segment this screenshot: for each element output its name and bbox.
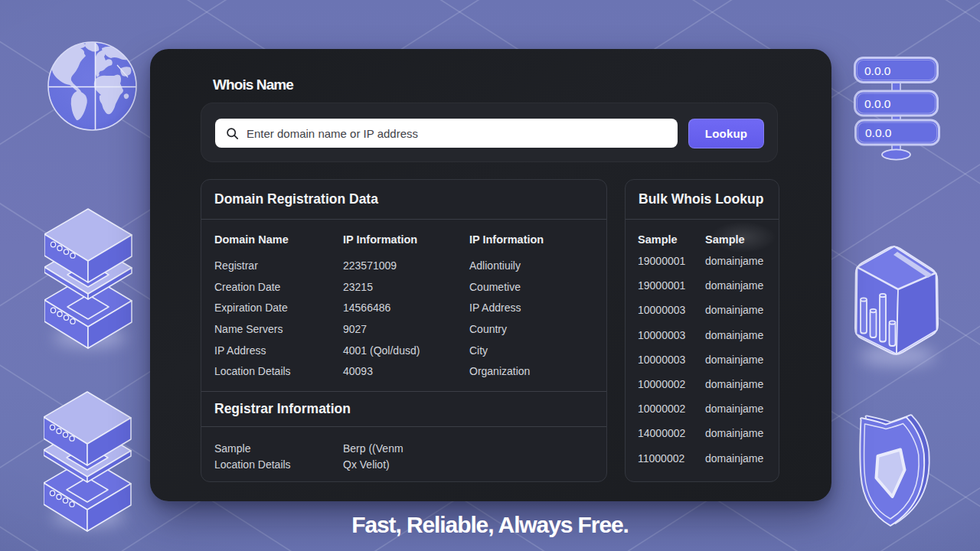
lookup-button[interactable]: Lookup [688, 119, 764, 148]
cell-ip: 10000003 [638, 354, 705, 366]
table-row: 10000003 domainjame [638, 298, 766, 322]
cell-info: Organization [469, 365, 593, 377]
table-row: Registrar 223571009 Adliontiuily [214, 255, 593, 276]
server-label: 0.0.0 [864, 97, 891, 110]
cell-domain: domainjame [705, 255, 766, 267]
ip-servers-icon: 0.0.0 0.0.0 0.0.0 [851, 55, 943, 164]
server-stack-icon [44, 391, 132, 533]
cell-ip: 10000003 [638, 329, 705, 341]
cell-domain: domainjame [705, 427, 766, 439]
cell-label: Creation Date [214, 281, 343, 293]
search-placeholder: Enter domain name or IP address [247, 127, 418, 140]
cell-ip: 19000001 [638, 255, 705, 267]
cell-value: 9027 [343, 323, 469, 335]
table-row: Expiration Date 14566486 IP Address [214, 297, 593, 318]
bulk-whois-panel: Bulk Whois Lookup Sample Sample 19000001… [625, 179, 779, 482]
table-row: IP Address 4001 (Qol/dusd) City [214, 340, 593, 361]
cell-label: IP Address [214, 344, 343, 357]
section-header: Registrar Information [201, 392, 606, 427]
bulk-table-header: Sample Sample [638, 230, 766, 249]
tagline: Fast, Reliable, Always Free. [0, 514, 980, 536]
col-ip-information-2: IP Information [469, 233, 593, 246]
table-row: 10000003 domainjame [638, 347, 766, 372]
cell-domain: domainjame [705, 403, 766, 415]
cell-info: Country [469, 323, 593, 335]
cell-value: 23215 [343, 281, 469, 293]
cell-value: 223571009 [343, 259, 469, 272]
table-row: 10000002 domainjame [638, 396, 766, 421]
cell-label: Registrar [214, 259, 343, 272]
cell-info: IP Address [469, 302, 593, 314]
cell-domain: domainjame [705, 378, 766, 390]
table-row: Sample Berp ((Venm [214, 440, 593, 457]
server-label: 0.0.0 [864, 64, 891, 77]
panel-header: Domain Registration Data [201, 180, 606, 220]
table-row: Location Details Qx Veliot) [214, 457, 593, 474]
table-row: Location Details 40093 Organization [214, 360, 593, 382]
cell-label: Location Details [214, 458, 343, 471]
registration-table: Domain Name IP Information IP Informatio… [201, 220, 606, 382]
table-row: 14000002 domainjame [638, 421, 766, 445]
cell-info: City [469, 344, 593, 357]
col-domain-name: Domain Name [214, 233, 343, 246]
cell-label: Name Servers [214, 323, 343, 335]
cell-ip: 10000003 [638, 304, 705, 316]
table-row: Creation Date 23215 Coumetive [214, 276, 593, 298]
table-row: 11000002 domainjame [638, 446, 766, 471]
bulk-table: Sample Sample 19000001 domainjame 190000… [626, 220, 779, 471]
cell-ip: 14000002 [638, 427, 705, 439]
table-row: 10000002 domainjame [638, 372, 766, 396]
cell-label: Sample [214, 442, 343, 455]
cell-ip: 10000002 [638, 378, 705, 390]
registration-table-header: Domain Name IP Information IP Informatio… [214, 228, 593, 251]
table-row: 10000003 domainjame [638, 323, 766, 347]
cell-value: Qx Veliot) [343, 458, 593, 471]
cell-domain: domainjame [705, 329, 766, 341]
column-header: Sample [705, 233, 766, 246]
cell-domain: domainjame [705, 354, 766, 366]
column-header: Sample [638, 233, 705, 246]
cell-value: 40093 [343, 365, 469, 377]
cell-domain: domainjame [705, 304, 766, 316]
cell-label: Expiration Date [214, 302, 343, 314]
table-row: 19000001 domainjame [638, 249, 766, 273]
search-icon [226, 127, 239, 140]
cell-value: Berp ((Venm [343, 442, 593, 455]
cell-label: Location Details [214, 365, 343, 377]
page-title: Whois Name [213, 77, 293, 93]
globe-icon [47, 41, 138, 132]
search-input[interactable]: Enter domain name or IP address [215, 119, 678, 148]
search-panel: Enter domain name or IP address Lookup [201, 103, 778, 162]
server-label: 0.0.0 [865, 126, 892, 139]
domain-registration-panel: Domain Registration Data Domain Name IP … [201, 179, 607, 482]
bulk-whois-title: Bulk Whois Lookup [639, 191, 763, 207]
cell-domain: domainjame [705, 452, 766, 465]
registrar-information-rows: Sample Berp ((Venm Location Details Qx V… [201, 427, 606, 474]
table-row: Name Servers 9027 Country [214, 318, 593, 340]
panel-header: Bulk Whois Lookup [626, 180, 779, 220]
cell-value: 4001 (Qol/dusd) [343, 344, 469, 357]
cell-info: Coumetive [469, 281, 593, 293]
analytics-cube-icon [847, 243, 943, 364]
cell-ip: 11000002 [638, 452, 705, 465]
cell-ip: 19000001 [638, 279, 705, 292]
table-row: 19000001 domainjame [638, 273, 766, 298]
col-ip-information-1: IP Information [343, 233, 469, 246]
server-stack-icon [44, 208, 133, 350]
domain-registration-title: Domain Registration Data [214, 191, 378, 207]
cell-value: 14566486 [343, 302, 469, 314]
registrar-information-title: Registrar Information [214, 401, 351, 417]
cell-domain: domainjame [705, 279, 766, 292]
whois-card: Whois Name Enter domain name or IP addre… [150, 49, 831, 501]
cell-info: Adliontiuily [469, 259, 593, 272]
cell-ip: 10000002 [638, 403, 705, 415]
